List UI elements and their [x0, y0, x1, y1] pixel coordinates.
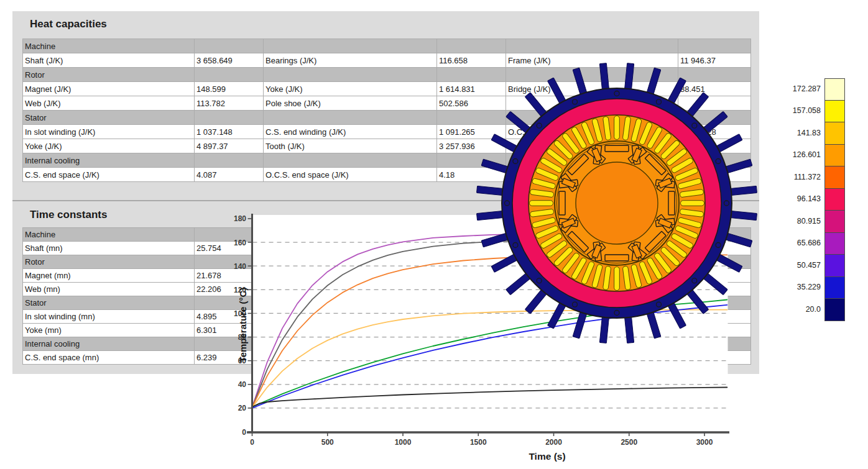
- time-constants-title: Time constants: [30, 209, 107, 221]
- bolt-hole: [692, 278, 697, 283]
- bolt-hole: [614, 311, 619, 316]
- table-label-cell: Web (mn): [23, 283, 195, 296]
- table-label-cell: Magnet (mn): [23, 269, 195, 283]
- table-value-cell: [195, 296, 264, 310]
- table-value-cell: [437, 351, 506, 365]
- table-value-cell: 113.782: [195, 96, 264, 111]
- colorbar-cell: [824, 145, 845, 167]
- table-label-cell: [506, 39, 678, 53]
- table-label-cell: Internal cooling: [23, 153, 195, 168]
- bolt-hole: [513, 159, 518, 164]
- table-label-cell: [264, 228, 437, 242]
- bolt-hole: [614, 91, 619, 96]
- bolt-hole: [513, 243, 518, 248]
- bolt-hole: [505, 201, 510, 206]
- table-value-cell: [195, 153, 264, 168]
- table-label-cell: [264, 324, 437, 337]
- table-label-cell: [264, 153, 437, 168]
- colorbar-tick-label: 80.915: [771, 217, 821, 225]
- table-label-cell: [506, 351, 678, 365]
- colorbar-tick-label: 50.457: [771, 261, 821, 270]
- results-page: Heat capacities MachineShaft (J/K)3 658.…: [0, 0, 868, 469]
- table-value-cell: [195, 337, 264, 351]
- colorbar-cell: [824, 189, 845, 211]
- colorbar-cell: [824, 166, 845, 189]
- magnet-pocket: [668, 191, 675, 215]
- stator-slot: [614, 116, 620, 140]
- table-value-cell: [195, 255, 264, 269]
- table-value-cell: [195, 39, 264, 53]
- colorbar-cell: [824, 255, 845, 277]
- table-label-cell: Web (J/K): [23, 96, 195, 111]
- table-value-cell: 1 037.148: [195, 125, 264, 139]
- table-label-cell: Stator: [23, 296, 195, 310]
- bolt-hole: [537, 123, 542, 128]
- table-value-cell: [437, 39, 506, 53]
- bolt-hole: [657, 302, 662, 307]
- colorbar-tick-label: 141.83: [771, 129, 821, 137]
- table-label-cell: Pole shoe (J/K): [264, 96, 437, 111]
- table-value-cell: 21.678: [195, 269, 264, 283]
- table-label-cell: [264, 296, 437, 310]
- table-value-cell: 25.754: [195, 242, 264, 255]
- x-tick-label: 2000: [545, 438, 562, 447]
- x-tick-label: 0: [250, 438, 254, 447]
- stator-slot: [530, 201, 553, 206]
- bolt-hole: [692, 123, 697, 128]
- colorbar-cell: [824, 101, 845, 123]
- colorbar-tick-label: 111.372: [771, 173, 821, 181]
- series-black-curve: [252, 388, 727, 408]
- table-row: C.S. end space (mn)6.239: [23, 351, 751, 365]
- colorbar-cell: [824, 122, 845, 145]
- table-label-cell: Machine: [23, 228, 195, 242]
- table-value-cell: 6.301: [195, 324, 264, 337]
- table-label-cell: Shaft (J/K): [23, 53, 195, 68]
- table-label-cell: Yoke (J/K): [264, 82, 437, 96]
- table-value-cell: 4.895: [195, 310, 264, 324]
- table-label-cell: Stator: [23, 111, 195, 125]
- table-label-cell: C.S. end winding (J/K): [264, 125, 437, 139]
- colorbar-tick-label: 172.287: [771, 84, 821, 93]
- colorbar-cell: [824, 233, 845, 255]
- y-tick-label: 40: [238, 380, 247, 389]
- bolt-hole: [537, 278, 542, 283]
- colorbar-cell: [824, 211, 845, 233]
- y-tick-label: 20: [238, 404, 247, 412]
- table-label-cell: C.S. end space (J/K): [23, 168, 195, 182]
- table-label-cell: [264, 283, 437, 296]
- x-tick-label: 500: [321, 438, 334, 447]
- table-label-cell: Shaft (mn): [23, 242, 195, 255]
- colorbar-cell: [824, 299, 845, 321]
- table-label-cell: [264, 337, 437, 351]
- table-label-cell: Machine: [23, 39, 195, 53]
- table-label-cell: [264, 255, 437, 269]
- y-tick-label: 0: [242, 428, 246, 437]
- colorbar-tick-label: 20.0: [771, 305, 821, 314]
- x-tick-label: 1500: [470, 438, 487, 447]
- shaft: [576, 162, 658, 244]
- table-value-cell: 22.206: [195, 283, 264, 296]
- table-label-cell: [264, 39, 437, 53]
- colorbar-tick-label: 65.686: [771, 239, 821, 247]
- motor-cross-section: [468, 54, 766, 352]
- stator-slot: [681, 201, 704, 206]
- table-label-cell: Magnet (J/K): [23, 82, 195, 96]
- table-value-cell: 4.087: [195, 168, 264, 182]
- colorbar-cell: [824, 78, 845, 101]
- bolt-hole: [573, 302, 578, 307]
- x-axis-label: Time (s): [529, 451, 565, 462]
- table-value-cell: [195, 228, 264, 242]
- table-value-cell: 4 897.37: [195, 139, 264, 153]
- table-label-cell: Internal cooling: [23, 337, 195, 351]
- bolt-hole: [657, 99, 662, 104]
- table-value-cell: [195, 68, 264, 82]
- table-label-cell: Rotor: [23, 255, 195, 269]
- colorbar-tick-label: 96.143: [771, 194, 821, 203]
- table-label-cell: In slot winding (J/K): [23, 125, 195, 139]
- table-value-cell: [678, 39, 751, 53]
- bolt-hole: [724, 201, 729, 206]
- bolt-hole: [573, 99, 578, 104]
- table-label-cell: Yoke (J/K): [23, 139, 195, 153]
- colorbar-cell: [824, 277, 845, 299]
- table-value-cell: 6.239: [195, 351, 264, 365]
